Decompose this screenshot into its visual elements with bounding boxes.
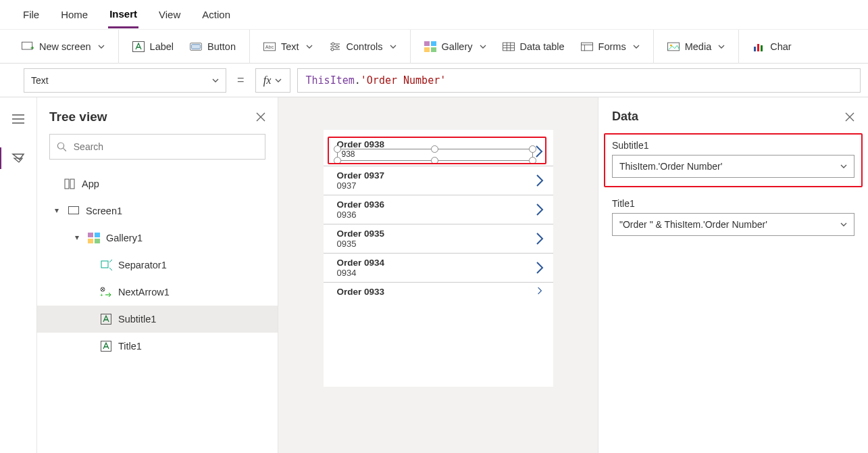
gallery-button[interactable]: Gallery [424,41,486,53]
controls-label: Controls [347,41,383,52]
tree-node-screen1[interactable]: Screen1 [37,197,278,224]
tree-node-app[interactable]: App [37,170,278,197]
menu-view[interactable]: View [157,2,182,27]
chevron-right-icon[interactable] [536,261,544,275]
gallery-icon [87,231,101,245]
data-pane-title: Data [612,110,638,124]
search-field[interactable] [72,141,258,153]
tree-node-nextarrow1[interactable]: + NextArrow1 [37,279,278,306]
hamburger-icon[interactable] [9,110,28,128]
chevron-right-icon[interactable] [536,174,544,187]
svg-point-8 [331,48,334,51]
close-icon[interactable] [845,112,854,122]
subtitle-field-group: Subtitle1 ThisItem.'Order Number' [604,133,863,187]
svg-point-16 [670,44,672,46]
label-icon [99,312,113,326]
app-icon [63,177,76,191]
title-field-value: "Order " & ThisItem.'Order Number' [619,219,767,230]
tree-node-title1[interactable]: Title1 [37,333,278,360]
datatable-button[interactable]: Data table [503,41,565,53]
table-icon [503,41,515,53]
search-input[interactable] [49,134,265,160]
new-screen-button[interactable]: New screen [22,41,105,53]
controls-icon [329,41,341,53]
tree-node-gallery1[interactable]: Gallery1 [37,224,278,252]
media-label: Media [685,41,712,52]
button-icon [190,41,202,53]
gallery-item-title: Order 0937 [337,170,385,181]
gallery-item-selected[interactable]: Order 0938 938 [324,137,553,166]
title-field-label: Title1 [612,198,854,209]
charts-button[interactable]: Char [752,41,791,53]
menu-insert[interactable]: Insert [108,1,138,28]
tree-node-label: NextArrow1 [118,287,170,297]
gallery-item-subtitle: 0934 [337,268,385,278]
tree-view-icon[interactable] [9,149,28,168]
forms-label: Forms [598,41,626,52]
gallery-item[interactable]: Order 09360936 [324,195,553,224]
screen-icon [67,204,80,218]
property-selector[interactable]: Text [24,68,226,93]
svg-rect-3 [192,44,201,49]
collapse-icon[interactable] [53,208,61,214]
chevron-right-icon[interactable] [536,232,544,245]
chart-icon [752,41,765,53]
chevron-down-icon [275,77,282,84]
gallery-item[interactable]: Order 09370937 [324,166,553,195]
tree-node-label: Subtitle1 [118,314,156,325]
text-icon: Abc [263,41,276,53]
tree-node-subtitle1[interactable]: Subtitle1 [37,306,278,333]
chevron-down-icon [212,77,219,84]
svg-text:+: + [100,292,103,297]
canvas-area[interactable]: Order 0938 938 Order 09370937 [278,97,598,453]
svg-rect-26 [88,239,93,243]
tree-node-label: Screen1 [86,206,122,216]
title-field-select[interactable]: "Order " & ThisItem.'Order Number' [612,213,854,236]
fx-button[interactable]: fx [255,68,290,93]
svg-rect-24 [88,233,93,237]
formula-token: ThisItem [306,74,355,87]
chevron-right-icon[interactable] [536,287,544,295]
svg-rect-11 [424,47,430,52]
menu-home[interactable]: Home [59,2,89,27]
subtitle-field-select[interactable]: ThisItem.'Order Number' [612,155,854,178]
separator-icon [99,258,113,272]
menu-action[interactable]: Action [201,2,232,27]
formula-input[interactable]: ThisItem.'Order Number' [297,68,861,93]
chevron-down-icon [480,43,486,50]
svg-rect-21 [65,179,69,189]
svg-point-20 [57,143,63,149]
collapse-icon[interactable] [74,235,82,241]
menu-file[interactable]: File [22,2,41,27]
tree-node-label: Separator1 [118,260,167,270]
app-preview[interactable]: Order 0938 938 Order 09370937 [324,130,553,387]
tree-node-label: App [82,178,99,189]
controls-button[interactable]: Controls [329,41,397,53]
gallery-item[interactable]: Order 09350935 [324,224,553,254]
button-button[interactable]: Button [190,41,236,53]
tree-node-label: Title1 [118,341,142,352]
main-area: Tree view App Screen1 Gallery1 [0,97,868,453]
forms-button[interactable]: Forms [581,41,640,53]
label-icon [99,339,113,353]
tree-node-separator1[interactable]: Separator1 [37,252,278,279]
chevron-right-icon[interactable] [536,203,544,216]
subtitle-field-value: ThisItem.'Order Number' [619,161,722,172]
chevron-down-icon [840,163,847,170]
text-button[interactable]: Abc Text [263,41,313,53]
svg-rect-27 [95,239,100,243]
gallery-item-title: Order 0936 [337,199,385,210]
gallery-label: Gallery [442,41,473,52]
gallery-item[interactable]: Order 0933 [324,283,553,301]
nextarrow-icon: + [99,285,113,299]
left-rail [0,97,37,453]
gallery-item[interactable]: Order 09340934 [324,254,553,283]
charts-label: Char [770,41,791,52]
svg-rect-17 [754,47,756,51]
svg-rect-0 [22,42,32,49]
label-button[interactable]: Label [132,41,174,53]
close-icon[interactable] [256,112,265,122]
svg-point-7 [336,45,338,48]
media-button[interactable]: Media [667,41,725,53]
gallery-item-title: Order 0933 [337,287,385,297]
